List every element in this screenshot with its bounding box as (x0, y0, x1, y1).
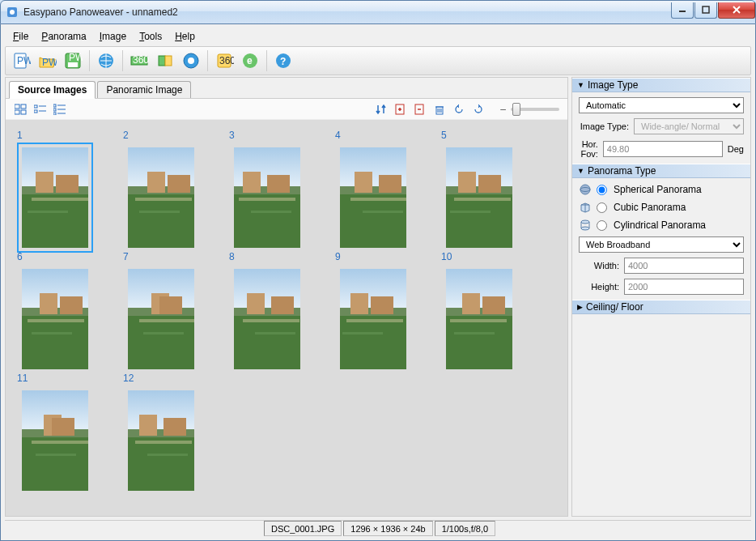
thumbnail-7[interactable]: 7 (117, 249, 223, 371)
app-icon (6, 6, 19, 19)
minimize-button[interactable] (671, 2, 694, 19)
section-title: Panorama Type (588, 165, 656, 177)
cubic-radio[interactable] (597, 202, 607, 213)
thumbnail-9[interactable]: 9 (329, 249, 435, 371)
cylindrical-radio[interactable] (597, 220, 607, 231)
svg-rect-126 (139, 415, 157, 436)
svg-rect-98 (247, 293, 265, 314)
thumbnail-1[interactable]: 1 (11, 128, 117, 249)
spherical-radio[interactable] (597, 185, 607, 195)
thumb-toolbar: – (6, 99, 567, 120)
menu-help[interactable]: Help (170, 29, 200, 44)
publish-button[interactable]: e (238, 49, 262, 73)
thumb-size-slider[interactable] (511, 108, 559, 111)
save-button[interactable]: PW (61, 49, 85, 73)
thumbnail-number: 7 (123, 251, 216, 262)
view-details-button[interactable] (53, 102, 67, 117)
svg-rect-31 (34, 110, 37, 113)
svg-rect-78 (478, 175, 501, 193)
thumbnail-8[interactable]: 8 (223, 249, 329, 371)
rotate-right-button[interactable] (471, 102, 486, 117)
svg-rect-112 (462, 293, 480, 314)
delete-button[interactable] (432, 102, 447, 117)
thumbnail-11[interactable]: 11 (11, 371, 117, 492)
svg-line-4 (733, 6, 740, 13)
section-panorama-type-body: Spherical Panorama Cubic Panorama Cylind… (572, 178, 750, 300)
svg-rect-99 (271, 296, 294, 314)
menu-image[interactable]: Image (95, 29, 131, 44)
svg-rect-101 (255, 332, 295, 334)
thumbnail-5[interactable]: 5 (435, 128, 541, 249)
thumbnail-6[interactable]: 6 (11, 249, 117, 371)
svg-rect-37 (53, 113, 56, 115)
svg-line-5 (733, 6, 740, 13)
thumbnail-10[interactable]: 10 (435, 249, 541, 371)
view-large-icons-button[interactable] (14, 102, 28, 117)
new-button[interactable]: PW (9, 49, 33, 73)
open-button[interactable]: PW (35, 49, 59, 73)
svg-rect-122 (36, 454, 76, 456)
tab-panoramic-image[interactable]: Panoramic Image (97, 81, 191, 98)
cube-icon (579, 201, 592, 214)
right-panel: ▼ Image Type Automatic Image Type: Wide-… (571, 77, 751, 517)
zoom-out-icon: – (500, 104, 506, 115)
menu-tools[interactable]: Tools (134, 29, 167, 44)
svg-text:e: e (247, 55, 253, 66)
globe-button[interactable] (94, 49, 118, 73)
remove-image-button[interactable] (413, 102, 427, 117)
svg-rect-92 (159, 296, 182, 314)
svg-rect-85 (60, 296, 83, 314)
view-list-button[interactable] (33, 102, 48, 117)
expand-icon: ▼ (577, 167, 584, 175)
maximize-button[interactable] (694, 2, 717, 19)
section-title: Ceiling/ Floor (586, 301, 643, 313)
left-panel: Source Images Panoramic Image (5, 77, 568, 517)
cylindrical-label: Cylindrical Panorama (614, 219, 706, 231)
help-button[interactable]: ? (271, 49, 295, 73)
thumbnail-12[interactable]: 12 (117, 371, 223, 492)
panorama-circle-button[interactable] (179, 49, 203, 73)
preset-select[interactable]: Web Broadband (579, 236, 744, 253)
cylinder-icon (579, 219, 592, 232)
svg-rect-27 (15, 110, 19, 114)
svg-rect-16 (165, 56, 172, 66)
svg-rect-56 (147, 172, 165, 193)
thumbnail-number: 6 (17, 251, 110, 262)
width-input (624, 258, 744, 274)
thumbnail-grid: 1 2 (6, 120, 567, 516)
add-image-button[interactable] (393, 102, 408, 117)
svg-rect-128 (135, 441, 192, 444)
svg-rect-113 (482, 296, 505, 314)
svg-rect-70 (355, 172, 372, 193)
thumbnail-number: 5 (441, 130, 534, 141)
svg-rect-127 (164, 418, 186, 436)
thumbnail-3[interactable]: 3 (223, 128, 329, 249)
close-button[interactable] (718, 2, 755, 19)
svg-rect-50 (56, 175, 79, 193)
svg-rect-25 (15, 104, 19, 109)
svg-rect-26 (21, 104, 26, 109)
svg-point-132 (581, 220, 589, 224)
tab-source-images[interactable]: Source Images (9, 81, 96, 99)
svg-rect-77 (458, 172, 476, 193)
thumbnail-2[interactable]: 2 (117, 128, 223, 249)
section-image-type-header[interactable]: ▼ Image Type (572, 78, 750, 92)
image-mode-select[interactable]: Automatic (579, 97, 744, 113)
menu-file[interactable]: File (8, 29, 33, 44)
thumbnail-4[interactable]: 4 (329, 128, 435, 249)
menu-bar: File Panorama Image Tools Help (5, 28, 751, 45)
stitch-button[interactable]: 360 (212, 49, 236, 73)
hor-fov-label: Hor. Fov: (579, 139, 598, 159)
thumbnail-number: 10 (441, 251, 534, 262)
main-toolbar: PW PW PW 360 360 e ? (5, 46, 751, 75)
sort-button[interactable] (374, 102, 389, 117)
rotate-left-button[interactable] (452, 102, 466, 117)
panorama-rect-button[interactable] (153, 49, 177, 73)
section-panorama-type-header[interactable]: ▼ Panorama Type (572, 164, 750, 178)
svg-rect-63 (243, 172, 261, 193)
image-type-label: Image Type: (579, 121, 629, 131)
svg-rect-58 (135, 198, 192, 201)
section-ceiling-floor-header[interactable]: ▶ Ceiling/ Floor (572, 300, 750, 314)
panorama-wide-button[interactable]: 360 (127, 49, 151, 73)
menu-panorama[interactable]: Panorama (36, 29, 91, 44)
